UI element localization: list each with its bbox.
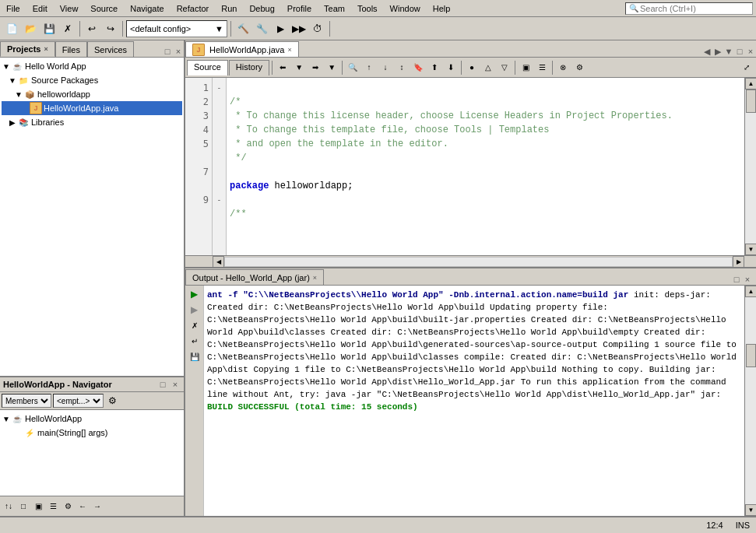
et-settings-btn[interactable]: ⚙ <box>571 60 587 75</box>
tab-services[interactable]: Services <box>87 41 134 57</box>
tree-helloworldapp-java[interactable]: J HelloWorldApp.java <box>2 101 182 115</box>
tab-history[interactable]: History <box>229 60 269 75</box>
root-toggle[interactable]: ▼ <box>2 62 11 71</box>
nav-main-method[interactable]: ⚡ main(String[] args) <box>2 426 182 440</box>
debug-project-btn[interactable]: ▶▶ <box>290 20 308 37</box>
menu-view[interactable]: View <box>54 2 85 15</box>
tree-libraries[interactable]: ▶ 📚 Libraries <box>2 115 182 129</box>
output-tab-close[interactable]: × <box>313 274 317 282</box>
editor-scroll-left[interactable]: ◀ <box>701 46 712 57</box>
menu-edit[interactable]: Edit <box>26 2 54 15</box>
et-close2-btn[interactable]: ⊗ <box>555 60 571 75</box>
menu-refactor[interactable]: Refactor <box>171 2 216 15</box>
navigator-maximize[interactable]: □ <box>157 379 168 390</box>
menu-file[interactable]: File <box>0 2 26 15</box>
navigator-close[interactable]: × <box>170 379 181 390</box>
et-search-btn[interactable]: 🔍 <box>345 60 360 75</box>
et-toggle3-btn[interactable]: ☰ <box>534 60 550 75</box>
navigator-tree[interactable]: ▼ ☕ HelloWorldApp ⚡ main(String[] args) <box>0 410 184 496</box>
profile-project-btn[interactable]: ⏱ <box>309 20 326 37</box>
et-nextbp-btn[interactable]: ▽ <box>497 60 512 75</box>
vscroll-thumb[interactable] <box>746 89 756 113</box>
nav-tree-root[interactable]: ▼ ☕ HelloWorldApp <box>2 412 182 426</box>
et-toggle-bp-btn[interactable]: ● <box>464 60 480 75</box>
editor-scroll-right[interactable]: ▶ <box>712 46 723 57</box>
nav-btn3[interactable]: ▣ <box>31 500 45 514</box>
hscroll-left[interactable]: ◀ <box>213 256 224 268</box>
et-prev-btn[interactable]: ↑ <box>361 60 377 75</box>
et-prevbp-btn[interactable]: △ <box>480 60 496 75</box>
nav-root-toggle[interactable]: ▼ <box>2 415 11 423</box>
nav-btn7[interactable]: → <box>90 500 104 514</box>
et-dropdown-btn[interactable]: ▼ <box>291 60 307 75</box>
et-prevbook-btn[interactable]: ⬆ <box>427 60 442 75</box>
menu-debug[interactable]: Debug <box>243 2 280 15</box>
undo-btn[interactable]: ↩ <box>83 20 100 37</box>
et-toggle2-btn[interactable]: ▣ <box>518 60 533 75</box>
redo-btn[interactable]: ↪ <box>102 20 119 37</box>
editor-vscrollbar[interactable]: ▲ ▼ <box>744 78 756 255</box>
editor-tab-menu[interactable]: ▼ <box>723 46 734 57</box>
config-dropdown[interactable]: <default config> ▼ <box>126 20 227 37</box>
et-nextbook-btn[interactable]: ⬇ <box>443 60 459 75</box>
nav-btn6[interactable]: ← <box>76 500 90 514</box>
members-dropdown[interactable]: Members <box>2 394 51 408</box>
code-content[interactable]: /* * To change this license header, choo… <box>227 78 744 255</box>
left-panel-close[interactable]: × <box>173 46 184 57</box>
build-btn[interactable]: 🔧 <box>253 20 270 37</box>
menu-tools[interactable]: Tools <box>351 2 384 15</box>
out-wrap-btn[interactable]: ↵ <box>188 334 202 348</box>
search-input[interactable] <box>640 4 749 13</box>
hscroll-right[interactable]: ▶ <box>733 256 744 268</box>
fold-btn-1[interactable]: - <box>214 81 224 95</box>
nav-btn5[interactable]: ⚙ <box>61 500 75 514</box>
vscroll-down[interactable]: ▼ <box>745 244 756 255</box>
menu-source[interactable]: Source <box>84 2 124 15</box>
libs-toggle[interactable]: ▶ <box>8 118 17 127</box>
menu-window[interactable]: Window <box>384 2 427 15</box>
et-expand-btn[interactable]: ⤢ <box>739 60 754 75</box>
editor-tab-helloworldapp[interactable]: J HelloWorldApp.java × <box>185 41 299 57</box>
fold-btn-9[interactable]: - <box>214 193 224 207</box>
project-tree[interactable]: ▼ ☕ Hello World App ▼ 📁 Source Packages … <box>0 58 184 376</box>
et-forward-btn[interactable]: ➡ <box>308 60 323 75</box>
et-next-btn[interactable]: ↓ <box>378 60 393 75</box>
filter-dropdown[interactable]: <empt...> <box>53 394 104 408</box>
pkg-toggle[interactable]: ▼ <box>14 90 23 99</box>
editor-close[interactable]: × <box>745 46 756 57</box>
new-project-btn[interactable]: 📄 <box>3 20 20 37</box>
output-text[interactable]: ant -f "C:\\NetBeansProjects\\Hello Worl… <box>204 286 744 516</box>
hscroll-track[interactable] <box>224 257 733 267</box>
vscroll-up[interactable]: ▲ <box>745 78 756 89</box>
output-tab-jar[interactable]: Output - Hello_World_App (jar) × <box>185 269 324 285</box>
run-project-btn[interactable]: ▶ <box>272 20 289 37</box>
code-editor[interactable]: 1 2 3 4 5 7 9 - <box>185 78 756 255</box>
nav-settings-btn[interactable]: ⚙ <box>105 394 119 408</box>
out-vscroll-down[interactable]: ▼ <box>745 504 756 516</box>
out-stop-btn[interactable]: ▶ <box>188 303 202 317</box>
output-close-all[interactable]: × <box>742 274 753 285</box>
tree-root[interactable]: ▼ ☕ Hello World App <box>2 59 182 73</box>
out-vscroll-track[interactable] <box>745 297 756 504</box>
out-save-btn[interactable]: 💾 <box>188 349 202 363</box>
out-vscroll-up[interactable]: ▲ <box>745 286 756 297</box>
et-back-btn[interactable]: ⬅ <box>275 60 290 75</box>
menu-run[interactable]: Run <box>215 2 243 15</box>
tab-projects-close[interactable]: × <box>44 45 47 53</box>
tab-files[interactable]: Files <box>55 41 87 57</box>
editor-hscroll[interactable]: ◀ ▶ <box>185 255 756 267</box>
menu-navigate[interactable]: Navigate <box>124 2 170 15</box>
tab-source[interactable]: Source <box>187 60 228 75</box>
menu-profile[interactable]: Profile <box>281 2 318 15</box>
editor-tab-close[interactable]: × <box>287 46 291 54</box>
nav-btn2[interactable]: □ <box>16 500 30 514</box>
editor-maximize[interactable]: □ <box>734 46 745 57</box>
menu-help[interactable]: Help <box>427 2 457 15</box>
source-toggle[interactable]: ▼ <box>8 76 17 85</box>
save-all-btn[interactable]: 💾 <box>40 20 58 37</box>
out-run-btn[interactable]: ▶ <box>188 287 202 301</box>
out-clear-btn[interactable]: ✗ <box>188 318 202 332</box>
nav-btn4[interactable]: ☰ <box>46 500 60 514</box>
out-vscroll-thumb[interactable] <box>746 344 756 367</box>
et-bookmark-btn[interactable]: 🔖 <box>410 60 426 75</box>
